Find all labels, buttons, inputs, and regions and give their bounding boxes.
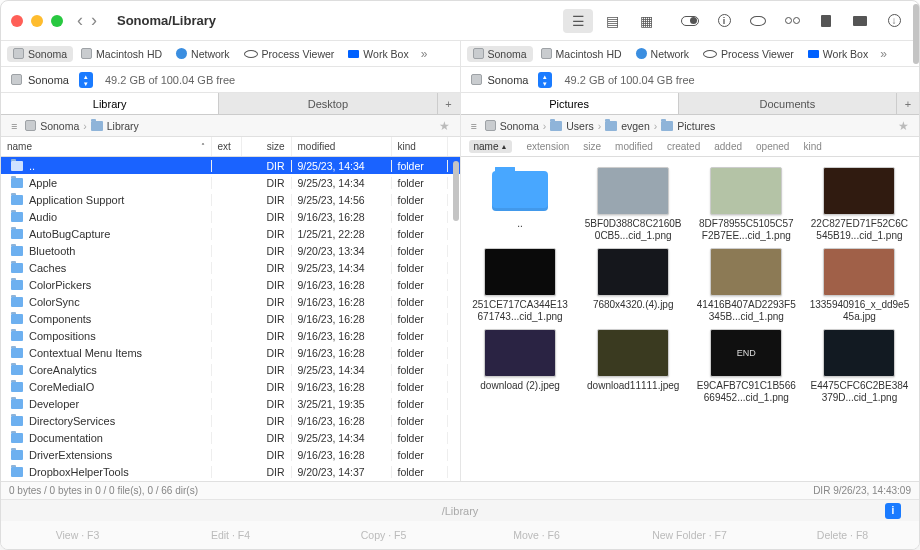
table-row[interactable]: CompositionsDIR9/16/23, 16:28folder <box>1 327 460 344</box>
favorite-item[interactable]: Sonoma <box>7 46 73 62</box>
table-row[interactable]: AudioDIR9/16/23, 16:28folder <box>1 208 460 225</box>
table-row[interactable]: AppleDIR9/25/23, 14:34folder <box>1 174 460 191</box>
binoculars-icon[interactable] <box>777 9 807 33</box>
breadcrumb-item[interactable]: Pictures <box>661 120 715 132</box>
breadcrumb-item[interactable]: Sonoma <box>25 120 79 132</box>
table-row[interactable]: Contextual Menu ItemsDIR9/16/23, 16:28fo… <box>1 344 460 361</box>
left-file-list[interactable]: ..DIR9/25/23, 14:34folderAppleDIR9/25/23… <box>1 157 460 481</box>
table-row[interactable]: CachesDIR9/25/23, 14:34folder <box>1 259 460 276</box>
toggle-icon[interactable] <box>675 9 705 33</box>
favorite-item[interactable]: Process Viewer <box>697 46 800 62</box>
table-row[interactable]: ..DIR9/25/23, 14:34folder <box>1 157 460 174</box>
breadcrumb-item[interactable]: Library <box>91 120 139 132</box>
table-row[interactable]: DeveloperDIR3/25/21, 19:35folder <box>1 395 460 412</box>
table-row[interactable]: Application SupportDIR9/25/23, 14:56fold… <box>1 191 460 208</box>
breadcrumb-item[interactable]: evgen <box>605 120 650 132</box>
add-tab-button[interactable]: + <box>438 93 460 114</box>
favorite-item[interactable]: Process Viewer <box>238 46 341 62</box>
grid-view-button[interactable]: ▦ <box>631 9 661 33</box>
col-modified[interactable]: modified <box>292 137 392 156</box>
eject-icon[interactable] <box>811 9 841 33</box>
sort-column-added[interactable]: added <box>714 141 742 152</box>
table-row[interactable]: CoreMediaIODIR9/16/23, 16:28folder <box>1 378 460 395</box>
close-icon[interactable] <box>11 15 23 27</box>
overflow-chevron-icon[interactable]: » <box>417 47 432 61</box>
command-path-bar[interactable]: /Library i <box>1 499 919 521</box>
grid-item[interactable]: 5BF0D388C8C2160B0CB5...cid_1.png <box>578 167 689 242</box>
table-row[interactable]: CoreAnalyticsDIR9/25/23, 14:34folder <box>1 361 460 378</box>
breadcrumb-menu-icon[interactable]: ≡ <box>7 120 21 132</box>
columns-view-button[interactable]: ▤ <box>597 9 627 33</box>
col-ext[interactable]: ext <box>212 137 242 156</box>
sort-column-name[interactable]: name▲ <box>469 140 513 153</box>
tab-desktop[interactable]: Desktop <box>219 93 437 114</box>
volume-selector[interactable]: Sonoma <box>7 72 73 88</box>
table-row[interactable]: DocumentationDIR9/25/23, 14:34folder <box>1 429 460 446</box>
breadcrumb-menu-icon[interactable]: ≡ <box>467 120 481 132</box>
sort-column-created[interactable]: created <box>667 141 700 152</box>
disk-icon[interactable] <box>845 9 875 33</box>
favorite-item[interactable]: Work Box <box>802 46 874 62</box>
grid-item[interactable]: 41416B407AD2293F5345B...cid_1.png <box>691 248 802 323</box>
info-icon[interactable]: i <box>709 9 739 33</box>
grid-item[interactable]: 7680x4320.(4).jpg <box>578 248 689 323</box>
favorite-item[interactable]: Work Box <box>342 46 414 62</box>
table-row[interactable]: ColorPickersDIR9/16/23, 16:28folder <box>1 276 460 293</box>
table-row[interactable]: DriverExtensionsDIR9/16/23, 16:28folder <box>1 446 460 463</box>
grid-item[interactable]: 22C827ED71F52C6C545B19...cid_1.png <box>804 167 915 242</box>
fn-button[interactable]: Delete · F8 <box>766 521 919 549</box>
quicklook-icon[interactable] <box>743 9 773 33</box>
favorite-item[interactable]: Macintosh HD <box>535 46 628 62</box>
tab-library[interactable]: Library <box>1 93 219 114</box>
favorite-item[interactable]: Sonoma <box>467 46 533 62</box>
fn-button[interactable]: Move · F6 <box>460 521 613 549</box>
volume-stepper[interactable]: ▴▾ <box>538 72 552 88</box>
fn-button[interactable]: Edit · F4 <box>154 521 307 549</box>
fn-button[interactable]: View · F3 <box>1 521 154 549</box>
favorite-item[interactable]: Network <box>630 46 696 62</box>
zoom-icon[interactable] <box>51 15 63 27</box>
table-row[interactable]: DropboxHelperToolsDIR9/20/23, 14:37folde… <box>1 463 460 480</box>
forward-button[interactable]: › <box>91 10 97 31</box>
grid-item[interactable]: download (2).jpeg <box>465 329 576 404</box>
table-row[interactable]: DirectoryServicesDIR9/16/23, 16:28folder <box>1 412 460 429</box>
grid-item[interactable]: download11111.jpeg <box>578 329 689 404</box>
favorite-item[interactable]: Macintosh HD <box>75 46 168 62</box>
grid-item[interactable]: 1335940916_x_dd9e545a.jpg <box>804 248 915 323</box>
table-row[interactable]: ComponentsDIR9/16/23, 16:28folder <box>1 310 460 327</box>
col-kind[interactable]: kind <box>392 137 448 156</box>
volume-stepper[interactable]: ▴▾ <box>79 72 93 88</box>
favorite-star-icon[interactable]: ★ <box>435 119 454 133</box>
fn-button[interactable]: New Folder · F7 <box>613 521 766 549</box>
table-row[interactable]: BluetoothDIR9/20/23, 13:34folder <box>1 242 460 259</box>
breadcrumb-item[interactable]: Users <box>550 120 593 132</box>
sort-column-opened[interactable]: opened <box>756 141 789 152</box>
favorite-item[interactable]: Network <box>170 46 236 62</box>
grid-item[interactable]: 8DF78955C5105C57F2B7EE...cid_1.png <box>691 167 802 242</box>
table-row[interactable]: AutoBugCaptureDIR1/25/21, 22:28folder <box>1 225 460 242</box>
info-badge[interactable]: i <box>885 503 901 519</box>
scrollbar-thumb[interactable] <box>453 161 459 221</box>
right-file-grid[interactable]: ..5BF0D388C8C2160B0CB5...cid_1.png8DF789… <box>461 157 920 481</box>
tab-pictures[interactable]: Pictures <box>461 93 679 114</box>
breadcrumb-item[interactable]: Sonoma <box>485 120 539 132</box>
col-size[interactable]: size <box>242 137 292 156</box>
sort-column-modified[interactable]: modified <box>615 141 653 152</box>
sort-column-kind[interactable]: kind <box>803 141 821 152</box>
volume-selector[interactable]: Sonoma <box>467 72 533 88</box>
grid-item[interactable]: E4475CFC6C2BE384379D...cid_1.png <box>804 329 915 404</box>
overflow-chevron-icon[interactable]: » <box>876 47 891 61</box>
sort-column-size[interactable]: size <box>583 141 601 152</box>
download-icon[interactable]: ↓ <box>879 9 909 33</box>
sort-column-extension[interactable]: extension <box>526 141 569 152</box>
favorite-star-icon[interactable]: ★ <box>894 119 913 133</box>
fn-button[interactable]: Copy · F5 <box>307 521 460 549</box>
minimize-icon[interactable] <box>31 15 43 27</box>
grid-item[interactable]: .. <box>465 167 576 242</box>
table-row[interactable]: ExtensionsDIR9/25/23, 14:34folder <box>1 480 460 481</box>
table-row[interactable]: ColorSyncDIR9/16/23, 16:28folder <box>1 293 460 310</box>
back-button[interactable]: ‹ <box>77 10 83 31</box>
col-name[interactable]: name˄ <box>1 137 212 156</box>
grid-item[interactable]: ENDE9CAFB7C91C1B566669452...cid_1.png <box>691 329 802 404</box>
tab-documents[interactable]: Documents <box>679 93 897 114</box>
